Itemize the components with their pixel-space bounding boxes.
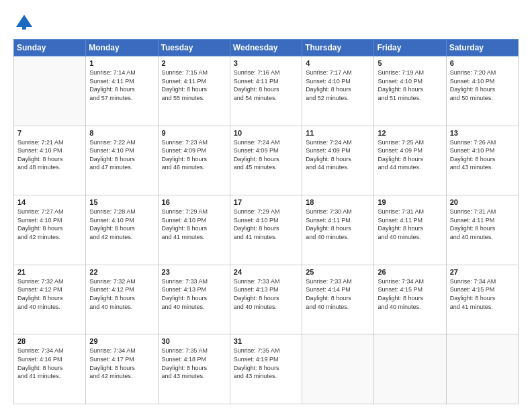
calendar-day-cell: 17Sunrise: 7:29 AM Sunset: 4:10 PM Dayli… [230, 195, 302, 265]
day-number: 5 [378, 59, 442, 67]
day-number: 30 [162, 337, 226, 345]
calendar-day-cell: 16Sunrise: 7:29 AM Sunset: 4:10 PM Dayli… [158, 195, 230, 265]
day-number: 9 [162, 129, 226, 137]
logo-icon [13, 12, 35, 34]
day-detail: Sunrise: 7:14 AM Sunset: 4:11 PM Dayligh… [89, 68, 154, 102]
day-number: 21 [17, 268, 82, 276]
day-number: 26 [378, 268, 442, 276]
day-number: 20 [450, 198, 515, 206]
day-detail: Sunrise: 7:15 AM Sunset: 4:11 PM Dayligh… [162, 68, 226, 102]
header [13, 12, 519, 34]
day-number: 18 [306, 198, 370, 206]
day-number: 22 [89, 268, 154, 276]
day-detail: Sunrise: 7:24 AM Sunset: 4:09 PM Dayligh… [234, 138, 298, 172]
calendar-day-cell [14, 56, 86, 126]
day-number: 19 [378, 198, 442, 206]
calendar-day-cell: 18Sunrise: 7:30 AM Sunset: 4:11 PM Dayli… [302, 195, 374, 265]
day-detail: Sunrise: 7:33 AM Sunset: 4:13 PM Dayligh… [234, 277, 298, 311]
day-number: 23 [162, 268, 226, 276]
day-detail: Sunrise: 7:30 AM Sunset: 4:11 PM Dayligh… [306, 208, 370, 241]
calendar-day-cell: 21Sunrise: 7:32 AM Sunset: 4:12 PM Dayli… [14, 265, 86, 334]
calendar-day-cell: 24Sunrise: 7:33 AM Sunset: 4:13 PM Dayli… [230, 265, 302, 334]
calendar-day-cell: 2Sunrise: 7:15 AM Sunset: 4:11 PM Daylig… [158, 56, 230, 126]
calendar-week-row: 7Sunrise: 7:21 AM Sunset: 4:10 PM Daylig… [14, 126, 519, 195]
day-number: 12 [378, 129, 442, 137]
calendar-day-cell: 11Sunrise: 7:24 AM Sunset: 4:09 PM Dayli… [302, 126, 374, 195]
day-number: 8 [89, 129, 154, 137]
calendar-day-cell: 15Sunrise: 7:28 AM Sunset: 4:10 PM Dayli… [86, 195, 158, 265]
day-number: 11 [306, 129, 370, 137]
calendar-day-cell: 29Sunrise: 7:34 AM Sunset: 4:17 PM Dayli… [86, 334, 158, 404]
day-number: 28 [17, 337, 82, 345]
day-number: 24 [234, 268, 298, 276]
day-detail: Sunrise: 7:28 AM Sunset: 4:10 PM Dayligh… [89, 208, 154, 241]
day-detail: Sunrise: 7:33 AM Sunset: 4:14 PM Dayligh… [306, 277, 370, 311]
day-detail: Sunrise: 7:17 AM Sunset: 4:10 PM Dayligh… [306, 68, 370, 102]
day-number: 10 [234, 129, 298, 137]
calendar-week-row: 1Sunrise: 7:14 AM Sunset: 4:11 PM Daylig… [14, 56, 519, 126]
day-number: 4 [306, 59, 370, 67]
calendar-day-cell: 9Sunrise: 7:23 AM Sunset: 4:09 PM Daylig… [158, 126, 230, 195]
day-detail: Sunrise: 7:21 AM Sunset: 4:10 PM Dayligh… [17, 138, 82, 172]
weekday-header: Sunday [14, 40, 86, 56]
calendar-day-cell: 22Sunrise: 7:32 AM Sunset: 4:12 PM Dayli… [86, 265, 158, 334]
weekday-header: Thursday [302, 40, 374, 56]
calendar-day-cell: 25Sunrise: 7:33 AM Sunset: 4:14 PM Dayli… [302, 265, 374, 334]
day-number: 14 [17, 198, 82, 206]
day-detail: Sunrise: 7:24 AM Sunset: 4:09 PM Dayligh… [306, 138, 370, 172]
calendar-day-cell: 4Sunrise: 7:17 AM Sunset: 4:10 PM Daylig… [302, 56, 374, 126]
calendar-day-cell [302, 334, 374, 404]
day-detail: Sunrise: 7:34 AM Sunset: 4:17 PM Dayligh… [89, 347, 154, 380]
day-number: 15 [89, 198, 154, 206]
calendar-day-cell: 12Sunrise: 7:25 AM Sunset: 4:09 PM Dayli… [374, 126, 446, 195]
day-detail: Sunrise: 7:34 AM Sunset: 4:15 PM Dayligh… [378, 277, 442, 311]
day-number: 25 [306, 268, 370, 276]
calendar-day-cell: 31Sunrise: 7:35 AM Sunset: 4:19 PM Dayli… [230, 334, 302, 404]
weekday-header: Friday [374, 40, 446, 56]
day-detail: Sunrise: 7:25 AM Sunset: 4:09 PM Dayligh… [378, 138, 442, 172]
day-detail: Sunrise: 7:35 AM Sunset: 4:19 PM Dayligh… [234, 347, 298, 380]
day-number: 31 [234, 337, 298, 345]
day-detail: Sunrise: 7:29 AM Sunset: 4:10 PM Dayligh… [162, 208, 226, 241]
calendar-day-cell: 8Sunrise: 7:22 AM Sunset: 4:10 PM Daylig… [86, 126, 158, 195]
day-number: 3 [234, 59, 298, 67]
day-number: 17 [234, 198, 298, 206]
calendar-day-cell: 3Sunrise: 7:16 AM Sunset: 4:11 PM Daylig… [230, 56, 302, 126]
day-detail: Sunrise: 7:22 AM Sunset: 4:10 PM Dayligh… [89, 138, 154, 172]
calendar-day-cell: 1Sunrise: 7:14 AM Sunset: 4:11 PM Daylig… [86, 56, 158, 126]
calendar-day-cell: 10Sunrise: 7:24 AM Sunset: 4:09 PM Dayli… [230, 126, 302, 195]
day-detail: Sunrise: 7:27 AM Sunset: 4:10 PM Dayligh… [17, 208, 82, 241]
calendar-table: SundayMondayTuesdayWednesdayThursdayFrid… [13, 39, 519, 404]
day-detail: Sunrise: 7:16 AM Sunset: 4:11 PM Dayligh… [234, 68, 298, 102]
day-detail: Sunrise: 7:33 AM Sunset: 4:13 PM Dayligh… [162, 277, 226, 311]
day-number: 16 [162, 198, 226, 206]
calendar-day-cell: 30Sunrise: 7:35 AM Sunset: 4:18 PM Dayli… [158, 334, 230, 404]
calendar-day-cell: 13Sunrise: 7:26 AM Sunset: 4:10 PM Dayli… [446, 126, 518, 195]
day-detail: Sunrise: 7:35 AM Sunset: 4:18 PM Dayligh… [162, 347, 226, 380]
day-number: 29 [89, 337, 154, 345]
calendar-day-cell: 5Sunrise: 7:19 AM Sunset: 4:10 PM Daylig… [374, 56, 446, 126]
logo [13, 12, 39, 34]
day-number: 2 [162, 59, 226, 67]
day-detail: Sunrise: 7:29 AM Sunset: 4:10 PM Dayligh… [234, 208, 298, 241]
weekday-header: Tuesday [158, 40, 230, 56]
page: SundayMondayTuesdayWednesdayThursdayFrid… [0, 0, 532, 411]
calendar-day-cell: 23Sunrise: 7:33 AM Sunset: 4:13 PM Dayli… [158, 265, 230, 334]
calendar-day-cell: 20Sunrise: 7:31 AM Sunset: 4:11 PM Dayli… [446, 195, 518, 265]
day-number: 13 [450, 129, 515, 137]
day-detail: Sunrise: 7:32 AM Sunset: 4:12 PM Dayligh… [89, 277, 154, 311]
calendar-week-row: 14Sunrise: 7:27 AM Sunset: 4:10 PM Dayli… [14, 195, 519, 265]
day-number: 27 [450, 268, 515, 276]
day-number: 1 [89, 59, 154, 67]
calendar-day-cell: 7Sunrise: 7:21 AM Sunset: 4:10 PM Daylig… [14, 126, 86, 195]
calendar-day-cell: 14Sunrise: 7:27 AM Sunset: 4:10 PM Dayli… [14, 195, 86, 265]
calendar-day-cell [446, 334, 518, 404]
calendar-day-cell [374, 334, 446, 404]
weekday-header: Saturday [446, 40, 518, 56]
day-detail: Sunrise: 7:23 AM Sunset: 4:09 PM Dayligh… [162, 138, 226, 172]
calendar-week-row: 21Sunrise: 7:32 AM Sunset: 4:12 PM Dayli… [14, 265, 519, 334]
weekday-header: Wednesday [230, 40, 302, 56]
day-detail: Sunrise: 7:32 AM Sunset: 4:12 PM Dayligh… [17, 277, 82, 311]
calendar-day-cell: 19Sunrise: 7:31 AM Sunset: 4:11 PM Dayli… [374, 195, 446, 265]
day-detail: Sunrise: 7:34 AM Sunset: 4:16 PM Dayligh… [17, 347, 82, 380]
